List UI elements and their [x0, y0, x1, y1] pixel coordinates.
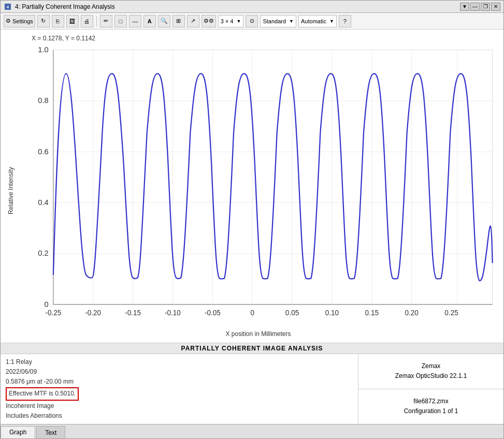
svg-text:-0.15: -0.15	[125, 309, 141, 317]
info-line-3: 0.5876 μm at -20.00 mm	[6, 377, 353, 387]
grid-size-label: 3 × 4	[221, 18, 234, 24]
standard-dropdown[interactable]: Standard ▼	[260, 15, 296, 27]
automatic-label: Automatic	[301, 18, 326, 24]
file-name: file6872.zmx	[413, 397, 448, 406]
y-axis-label: Relative Intensity	[6, 44, 16, 338]
tab-graph-label: Graph	[9, 429, 26, 436]
window-title: 4: Partially Coherent Image Analysis	[15, 3, 115, 10]
svg-text:4: 4	[7, 5, 9, 9]
print-btn[interactable]: 🖨	[81, 15, 93, 27]
main-content: X = 0.1278, Y = 0.1142 Relative Intensit…	[1, 30, 503, 438]
info-line-1: 1:1 Relay	[6, 357, 353, 367]
svg-text:0.10: 0.10	[325, 309, 339, 317]
title-bar: 4 4: Partially Coherent Image Analysis ▼…	[1, 1, 503, 13]
help-btn[interactable]: ?	[339, 15, 351, 27]
chart-plot: 1.0 0.8 0.6 0.4 0.2 0 -0.25 -0.20 -0.15 …	[18, 44, 498, 328]
chart-with-axes: 1.0 0.8 0.6 0.4 0.2 0 -0.25 -0.20 -0.15 …	[18, 44, 498, 338]
svg-text:0.15: 0.15	[365, 309, 379, 317]
coord-display: X = 0.1278, Y = 0.1142	[32, 35, 498, 42]
settings-icon: ⚙	[6, 18, 11, 24]
target-icon: ⊙	[250, 18, 254, 24]
save-image-btn[interactable]: 🖼	[66, 15, 79, 27]
text-icon: A	[148, 18, 152, 24]
info-panel: PARTIALLY COHERENT IMAGE ANALYSIS 1:1 Re…	[1, 343, 503, 424]
copy-icon: ⎘	[56, 18, 60, 24]
print-icon: 🖨	[84, 18, 90, 24]
info-panel-title: PARTIALLY COHERENT IMAGE ANALYSIS	[1, 343, 503, 354]
automatic-chevron-icon: ▼	[329, 19, 334, 24]
settings2-btn[interactable]: ⚙⚙	[201, 15, 216, 27]
graph-area: X = 0.1278, Y = 0.1142 Relative Intensit…	[1, 30, 503, 343]
help-icon: ?	[343, 18, 347, 24]
info-line-6: Includes Aberrations	[6, 411, 353, 421]
zoom-icon: 🔍	[161, 18, 168, 24]
pencil-icon: ✏	[104, 18, 108, 24]
software-name: Zemax	[422, 361, 441, 371]
svg-text:0: 0	[45, 300, 49, 309]
svg-text:-0.05: -0.05	[205, 309, 221, 317]
grid-size-dropdown[interactable]: 3 × 4 ▼	[218, 15, 244, 27]
grid-view-btn[interactable]: ⊞	[172, 15, 185, 27]
info-line-2: 2022/06/09	[6, 367, 353, 377]
tab-graph[interactable]: Graph	[1, 426, 35, 438]
export-icon: ↗	[191, 18, 195, 24]
line-btn[interactable]: —	[129, 15, 141, 27]
minimize-btn[interactable]: —	[470, 3, 480, 11]
svg-text:-0.20: -0.20	[85, 309, 101, 317]
svg-text:0.05: 0.05	[285, 309, 299, 317]
info-right-bottom: file6872.zmx Configuration 1 of 1	[358, 389, 503, 424]
chart-svg: 1.0 0.8 0.6 0.4 0.2 0 -0.25 -0.20 -0.15 …	[18, 44, 498, 328]
close-btn[interactable]: ✕	[491, 3, 500, 11]
toolbar: ⚙ Settings ↻ ⎘ 🖼 🖨 ✏ □ — A 🔍	[1, 13, 503, 30]
svg-rect-2	[53, 50, 493, 304]
settings-btn[interactable]: ⚙ Settings	[4, 15, 35, 27]
info-highlighted: Effective MTF is 0.5010.	[6, 387, 353, 401]
grid-icon: ⊞	[176, 18, 181, 24]
title-bar-left: 4 4: Partially Coherent Image Analysis	[4, 3, 115, 11]
grid-chevron-icon: ▼	[237, 19, 241, 24]
standard-label: Standard	[263, 18, 286, 24]
settings2-icon: ⚙⚙	[204, 18, 214, 24]
info-left: 1:1 Relay 2022/06/09 0.5876 μm at -20.00…	[1, 354, 358, 424]
rectangle-btn[interactable]: □	[114, 15, 127, 27]
svg-text:0.6: 0.6	[38, 148, 48, 156]
svg-text:0.25: 0.25	[444, 309, 458, 317]
svg-text:1.0: 1.0	[38, 46, 48, 54]
pencil-btn[interactable]: ✏	[100, 15, 112, 27]
tab-text[interactable]: Text	[36, 426, 65, 438]
standard-chevron-icon: ▼	[289, 19, 294, 24]
rectangle-icon: □	[119, 18, 122, 24]
svg-text:0: 0	[250, 309, 254, 317]
refresh-icon: ↻	[41, 18, 46, 24]
tab-text-label: Text	[45, 429, 56, 436]
export-btn[interactable]: ↗	[187, 15, 199, 27]
restore-btn[interactable]: ❐	[481, 3, 490, 11]
svg-text:0.20: 0.20	[405, 309, 419, 317]
image-icon: 🖼	[69, 18, 75, 24]
svg-text:-0.25: -0.25	[45, 309, 61, 317]
automatic-dropdown[interactable]: Automatic ▼	[298, 15, 337, 27]
svg-text:0.8: 0.8	[38, 96, 48, 105]
software-version: Zemax OpticStudio 22.1.1	[395, 371, 467, 381]
info-line-5: Incoherent Image	[6, 401, 353, 411]
sep1	[96, 16, 97, 26]
chart-container: Relative Intensity	[6, 44, 498, 338]
line-icon: —	[132, 18, 138, 24]
x-axis-label: X position in Millimeters	[18, 330, 498, 338]
app-icon: 4	[4, 3, 12, 11]
target-btn[interactable]: ⊙	[246, 15, 258, 27]
info-right-top: Zemax Zemax OpticStudio 22.1.1	[358, 354, 503, 389]
svg-text:-0.10: -0.10	[165, 309, 181, 317]
svg-text:0.4: 0.4	[38, 198, 48, 207]
effective-mtf-text: Effective MTF is 0.5010.	[6, 387, 79, 400]
settings-label: Settings	[12, 18, 33, 24]
arrow-down-btn[interactable]: ▼	[460, 3, 469, 11]
configuration-text: Configuration 1 of 1	[404, 406, 458, 416]
info-right: Zemax Zemax OpticStudio 22.1.1 file6872.…	[358, 354, 503, 424]
copy-btn[interactable]: ⎘	[52, 15, 64, 27]
text-btn[interactable]: A	[143, 15, 156, 27]
tab-bar: Graph Text	[1, 424, 503, 438]
info-panel-body: 1:1 Relay 2022/06/09 0.5876 μm at -20.00…	[1, 354, 503, 424]
zoom-btn[interactable]: 🔍	[158, 15, 170, 27]
refresh-btn[interactable]: ↻	[37, 15, 50, 27]
